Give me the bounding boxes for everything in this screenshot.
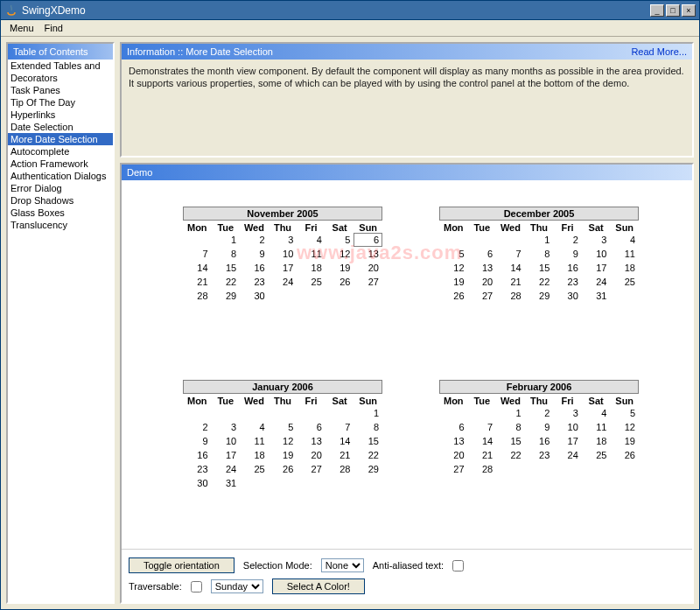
calendar-day[interactable]: 13 [297, 434, 326, 448]
calendar-day[interactable]: 24 [269, 275, 298, 289]
calendar-day[interactable]: 7 [183, 247, 212, 261]
calendar-day[interactable]: 30 [183, 476, 212, 490]
calendar-day[interactable]: 2 [183, 420, 212, 434]
toc-item[interactable]: Error Dialog [8, 182, 113, 194]
calendar-day[interactable]: 19 [439, 275, 468, 289]
calendar-day[interactable]: 5 [326, 233, 354, 247]
calendar-day[interactable]: 25 [297, 275, 326, 289]
calendar-day[interactable]: 21 [468, 448, 497, 462]
selection-mode-select[interactable]: None [321, 558, 364, 572]
calendar-day[interactable]: 9 [525, 420, 554, 434]
calendar-day[interactable]: 10 [269, 247, 298, 261]
calendar-day[interactable]: 23 [525, 448, 554, 462]
day-select[interactable]: Sunday [211, 579, 263, 593]
calendar-day[interactable]: 28 [183, 289, 212, 303]
calendar-day[interactable]: 5 [439, 247, 468, 261]
close-button[interactable]: × [682, 4, 696, 17]
calendar-day[interactable]: 26 [326, 275, 354, 289]
calendar-day[interactable]: 4 [582, 406, 611, 420]
calendar-day[interactable]: 21 [496, 275, 525, 289]
calendar-day[interactable]: 14 [326, 434, 354, 448]
calendar-day[interactable]: 16 [183, 448, 212, 462]
calendar-day[interactable]: 5 [610, 406, 639, 420]
calendar-day[interactable]: 17 [269, 261, 298, 275]
calendar-day[interactable]: 29 [354, 462, 382, 476]
calendar-day[interactable]: 6 [297, 420, 326, 434]
toc-item[interactable]: Action Framework [8, 158, 113, 170]
read-more-link[interactable]: Read More... [631, 46, 687, 57]
calendar-day[interactable]: 22 [212, 275, 241, 289]
calendar-day[interactable]: 31 [212, 476, 241, 490]
calendar-day[interactable]: 3 [269, 233, 298, 247]
toc-item[interactable]: Task Panes [8, 84, 113, 96]
calendar-day[interactable]: 15 [354, 434, 382, 448]
calendar-day[interactable]: 22 [354, 448, 382, 462]
calendar-day[interactable]: 29 [525, 289, 554, 303]
calendar-day[interactable]: 10 [212, 434, 241, 448]
calendar-day[interactable]: 26 [610, 448, 639, 462]
calendar-day[interactable]: 27 [439, 462, 468, 476]
calendar-day[interactable]: 31 [582, 289, 611, 303]
calendar-day[interactable]: 23 [553, 275, 582, 289]
calendar-day[interactable]: 17 [553, 434, 582, 448]
calendar-day[interactable]: 19 [269, 448, 298, 462]
calendar-day[interactable]: 5 [269, 420, 298, 434]
calendar-day[interactable]: 9 [240, 247, 269, 261]
calendar-day[interactable]: 8 [354, 420, 382, 434]
calendar-day[interactable]: 4 [297, 233, 326, 247]
calendar-day[interactable]: 23 [240, 275, 269, 289]
calendar-day[interactable]: 7 [326, 420, 354, 434]
calendar-day[interactable]: 4 [240, 420, 269, 434]
calendar-day[interactable]: 12 [439, 261, 468, 275]
calendar-day[interactable]: 24 [212, 462, 241, 476]
calendar-day[interactable]: 16 [553, 261, 582, 275]
calendar-day[interactable]: 15 [496, 434, 525, 448]
calendar-day[interactable]: 25 [582, 448, 611, 462]
calendar-day[interactable]: 13 [354, 247, 382, 261]
calendar-day[interactable]: 2 [240, 233, 269, 247]
calendar-day[interactable]: 24 [553, 448, 582, 462]
calendar-day[interactable]: 8 [496, 420, 525, 434]
calendar-day[interactable]: 9 [553, 247, 582, 261]
calendar-day[interactable]: 19 [326, 261, 354, 275]
toc-item[interactable]: Glass Boxes [8, 207, 113, 219]
calendar-day[interactable]: 27 [354, 275, 382, 289]
calendar-day[interactable]: 10 [553, 420, 582, 434]
calendar-day[interactable]: 15 [212, 261, 241, 275]
toc-item[interactable]: Tip Of The Day [8, 96, 113, 109]
toc-item[interactable]: Drop Shadows [8, 194, 113, 207]
calendar-day[interactable]: 12 [269, 434, 298, 448]
calendar-day[interactable]: 23 [183, 462, 212, 476]
calendar-day[interactable]: 18 [582, 434, 611, 448]
calendar-day[interactable]: 14 [183, 261, 212, 275]
calendar-day[interactable]: 12 [610, 420, 639, 434]
calendar-day[interactable]: 10 [582, 247, 611, 261]
calendar-day[interactable]: 20 [297, 448, 326, 462]
calendar-day[interactable]: 14 [496, 261, 525, 275]
calendar-day[interactable]: 17 [582, 261, 611, 275]
calendar-day[interactable]: 1 [496, 406, 525, 420]
menu-menu[interactable]: Menu [4, 21, 39, 35]
traversable-checkbox[interactable] [191, 581, 202, 592]
minimize-button[interactable]: _ [650, 4, 664, 17]
calendar-day[interactable]: 7 [468, 420, 497, 434]
toc-item[interactable]: More Date Selection [8, 133, 113, 145]
calendar-day[interactable]: 14 [468, 434, 497, 448]
calendar-day[interactable]: 22 [525, 275, 554, 289]
calendar-day[interactable]: 6 [354, 233, 382, 247]
calendar-day[interactable]: 11 [610, 247, 639, 261]
calendar-day[interactable]: 24 [582, 275, 611, 289]
calendar-day[interactable]: 1 [354, 406, 382, 420]
calendar-day[interactable]: 20 [468, 275, 497, 289]
calendar-day[interactable]: 26 [269, 462, 298, 476]
calendar-day[interactable]: 30 [553, 289, 582, 303]
calendar-day[interactable]: 28 [496, 289, 525, 303]
calendar-day[interactable]: 30 [240, 289, 269, 303]
toc-item[interactable]: Extended Tables and [8, 60, 113, 72]
calendar-day[interactable]: 22 [496, 448, 525, 462]
calendar-day[interactable]: 9 [183, 434, 212, 448]
calendar-day[interactable]: 11 [582, 420, 611, 434]
calendar-day[interactable]: 27 [297, 462, 326, 476]
calendar-day[interactable]: 28 [326, 462, 354, 476]
menu-find[interactable]: Find [39, 21, 68, 35]
